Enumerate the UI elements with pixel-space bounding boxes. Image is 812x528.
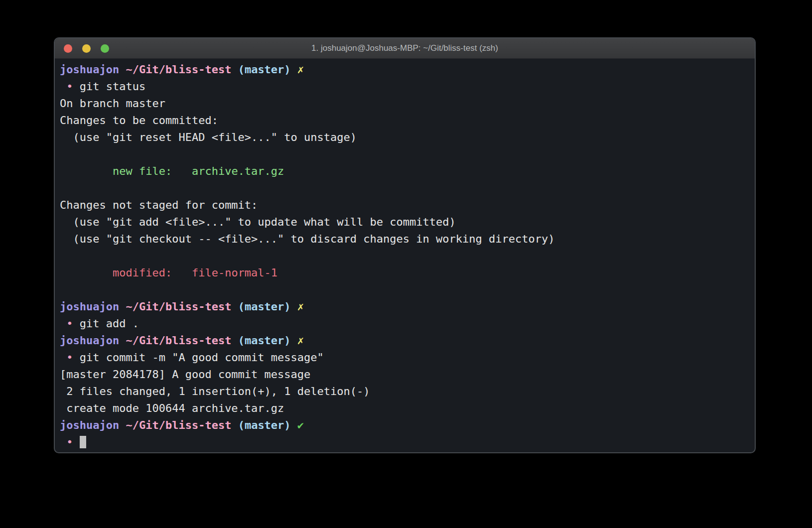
text-segment: (master) xyxy=(238,419,291,431)
command-bullet-icon: • xyxy=(66,436,73,448)
output-line: new file: archive.tar.gz xyxy=(60,163,750,180)
text-segment: (use "git reset HEAD <file>..." to unsta… xyxy=(60,131,357,143)
text-segment: joshuajon xyxy=(60,63,119,76)
output-line: 2 files changed, 1 insertion(+), 1 delet… xyxy=(60,383,750,400)
minimize-button[interactable] xyxy=(82,44,91,53)
text-segment: (master) xyxy=(238,334,291,347)
text-segment xyxy=(73,436,80,448)
text-segment xyxy=(231,300,238,313)
prompt-fail-icon: ✗ xyxy=(297,63,304,76)
text-segment xyxy=(60,80,66,93)
text-segment: Changes to be committed: xyxy=(60,114,218,127)
text-segment xyxy=(119,334,126,347)
prompt-line: joshuajon ~/Git/bliss-test (master) ✗ xyxy=(60,61,750,78)
text-segment xyxy=(291,419,297,431)
window-title: 1. joshuajon@Joshuas-MBP: ~/Git/bliss-te… xyxy=(311,43,498,53)
text-segment xyxy=(231,334,238,347)
cursor-line: • xyxy=(60,434,750,451)
text-segment: create mode 100644 archive.tar.gz xyxy=(60,402,284,414)
terminal-window: 1. joshuajon@Joshuas-MBP: ~/Git/bliss-te… xyxy=(54,37,756,453)
titlebar[interactable]: 1. joshuajon@Joshuas-MBP: ~/Git/bliss-te… xyxy=(55,38,755,59)
text-segment xyxy=(60,351,66,364)
text-segment: ~/Git/bliss-test xyxy=(126,334,231,347)
text-segment: (master) xyxy=(238,63,291,76)
text-segment xyxy=(60,436,66,448)
output-line: [master 2084178] A good commit message xyxy=(60,366,750,383)
blank-line xyxy=(60,248,750,264)
prompt-fail-icon: ✗ xyxy=(297,334,304,347)
output-line: Changes not staged for commit: xyxy=(60,197,750,214)
text-segment xyxy=(119,419,126,431)
command-line: • git status xyxy=(60,78,750,95)
blank-line xyxy=(60,146,750,163)
text-segment xyxy=(119,63,126,76)
output-line: modified: file-normal-1 xyxy=(60,264,750,281)
command-line: • git commit -m "A good commit message" xyxy=(60,349,750,366)
text-segment xyxy=(231,419,238,431)
text-segment: (use "git checkout -- <file>..." to disc… xyxy=(60,233,554,245)
output-line: On branch master xyxy=(60,95,750,112)
text-segment: git status xyxy=(73,80,146,93)
output-line: (use "git checkout -- <file>..." to disc… xyxy=(60,231,750,248)
text-segment: On branch master xyxy=(60,97,165,110)
prompt-ok-icon: ✔ xyxy=(297,419,304,431)
output-line: Changes to be committed: xyxy=(60,112,750,129)
text-segment xyxy=(291,63,297,76)
prompt-line: joshuajon ~/Git/bliss-test (master) ✗ xyxy=(60,332,750,349)
text-segment: ~/Git/bliss-test xyxy=(126,300,231,313)
command-bullet-icon: • xyxy=(66,80,73,93)
prompt-line: joshuajon ~/Git/bliss-test (master) ✗ xyxy=(60,298,750,315)
output-line: create mode 100644 archive.tar.gz xyxy=(60,400,750,417)
blank-line xyxy=(60,281,750,298)
cursor xyxy=(80,436,86,448)
text-segment xyxy=(60,317,66,330)
prompt-fail-icon: ✗ xyxy=(297,300,304,313)
output-line: (use "git reset HEAD <file>..." to unsta… xyxy=(60,129,750,146)
zoom-button[interactable] xyxy=(101,44,109,53)
text-segment: modified: file-normal-1 xyxy=(113,266,277,279)
command-line: • git add . xyxy=(60,315,750,332)
text-segment: [master 2084178] A good commit message xyxy=(60,368,310,381)
text-segment: ~/Git/bliss-test xyxy=(126,419,231,431)
text-segment xyxy=(60,266,113,279)
blank-line xyxy=(60,180,750,197)
output-line: (use "git add <file>..." to update what … xyxy=(60,214,750,231)
text-segment xyxy=(291,300,297,313)
text-segment: (master) xyxy=(238,300,291,313)
text-segment: joshuajon xyxy=(60,300,119,313)
terminal-output[interactable]: joshuajon ~/Git/bliss-test (master) ✗ • … xyxy=(55,59,755,453)
text-segment: new file: archive.tar.gz xyxy=(113,165,284,177)
text-segment xyxy=(231,63,238,76)
text-segment: Changes not staged for commit: xyxy=(60,199,258,211)
text-segment: joshuajon xyxy=(60,419,119,431)
command-bullet-icon: • xyxy=(66,317,73,330)
text-segment: (use "git add <file>..." to update what … xyxy=(60,216,456,228)
text-segment xyxy=(291,334,297,347)
text-segment: joshuajon xyxy=(60,334,119,347)
text-segment xyxy=(119,300,126,313)
text-segment xyxy=(60,165,113,177)
prompt-line: joshuajon ~/Git/bliss-test (master) ✔ xyxy=(60,417,750,434)
close-button[interactable] xyxy=(64,44,72,53)
traffic-lights xyxy=(64,38,109,58)
text-segment: git commit -m "A good commit message" xyxy=(73,351,324,364)
text-segment: ~/Git/bliss-test xyxy=(126,63,231,76)
command-bullet-icon: • xyxy=(66,351,73,364)
text-segment: git add . xyxy=(73,317,139,330)
text-segment: 2 files changed, 1 insertion(+), 1 delet… xyxy=(60,385,370,397)
